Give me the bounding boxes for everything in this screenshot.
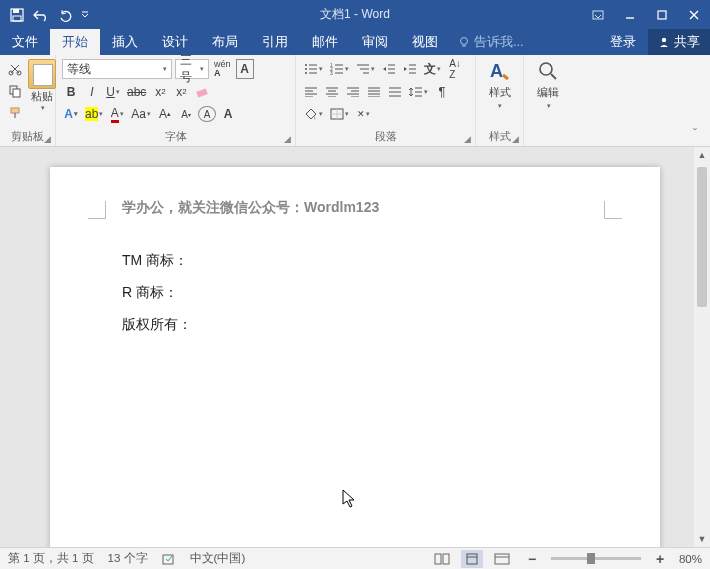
- italic-button[interactable]: I: [83, 82, 101, 102]
- ribbon-options-button[interactable]: [582, 0, 614, 29]
- svg-text:A: A: [490, 61, 503, 81]
- page-indicator[interactable]: 第 1 页，共 1 页: [8, 551, 94, 566]
- scroll-thumb[interactable]: [697, 167, 707, 307]
- svg-rect-12: [13, 89, 20, 97]
- styles-button[interactable]: A 样式 ▾: [482, 59, 517, 110]
- justify-button[interactable]: [365, 82, 383, 102]
- tell-me-label: 告诉我...: [474, 34, 523, 51]
- proofing-icon[interactable]: [162, 552, 176, 566]
- grow-font-button[interactable]: A▴: [156, 104, 174, 124]
- increase-indent-button[interactable]: [401, 59, 419, 79]
- superscript-button[interactable]: x2: [172, 82, 190, 102]
- distribute-button[interactable]: [386, 82, 404, 102]
- zoom-out-button[interactable]: −: [521, 550, 543, 568]
- change-case-button[interactable]: Aa▾: [129, 104, 153, 124]
- editing-button[interactable]: 编辑 ▾: [530, 59, 566, 110]
- dialog-launcher[interactable]: ◢: [284, 134, 291, 144]
- shrink-font-button[interactable]: A▾: [177, 104, 195, 124]
- font-size-combo[interactable]: 三号▾: [175, 59, 209, 79]
- font-color-button[interactable]: A▾: [108, 104, 126, 124]
- vertical-scrollbar[interactable]: ▲ ▼: [694, 147, 710, 547]
- zoom-knob[interactable]: [587, 553, 595, 564]
- show-marks-button[interactable]: ¶: [433, 82, 451, 102]
- phonetic-guide-button[interactable]: wénA: [212, 59, 233, 79]
- group-label-paragraph: 段落◢: [302, 127, 469, 144]
- undo-button[interactable]: [30, 4, 52, 26]
- body-line[interactable]: R 商标：: [122, 277, 192, 307]
- char-shading-button[interactable]: A: [219, 104, 237, 124]
- highlight-button[interactable]: ab▾: [83, 104, 105, 124]
- align-right-button[interactable]: [344, 82, 362, 102]
- subscript-button[interactable]: x2: [151, 82, 169, 102]
- tell-me[interactable]: 告诉我...: [450, 29, 523, 55]
- group-label-editing: [530, 130, 566, 144]
- close-button[interactable]: [678, 0, 710, 29]
- text-effects-button[interactable]: A▾: [62, 104, 80, 124]
- align-center-button[interactable]: [323, 82, 341, 102]
- text-direction-button[interactable]: 文▾: [422, 59, 443, 79]
- line-spacing-button[interactable]: ▾: [407, 82, 430, 102]
- page[interactable]: 学办公，就关注微信公众号：Wordlm123 TM 商标： R 商标： 版权所有…: [50, 167, 660, 547]
- tab-mailings[interactable]: 邮件: [300, 29, 350, 55]
- collapse-ribbon-button[interactable]: ˇ: [686, 124, 704, 144]
- maximize-button[interactable]: [646, 0, 678, 29]
- body-line[interactable]: 版权所有：: [122, 309, 192, 339]
- zoom-slider[interactable]: [551, 557, 641, 560]
- tab-home[interactable]: 开始: [50, 29, 100, 55]
- page-header[interactable]: 学办公，就关注微信公众号：Wordlm123: [122, 199, 379, 217]
- decrease-indent-button[interactable]: [380, 59, 398, 79]
- tab-insert[interactable]: 插入: [100, 29, 150, 55]
- crop-mark: [604, 201, 622, 219]
- scroll-down-button[interactable]: ▼: [694, 531, 710, 547]
- numbering-button[interactable]: 123▾: [328, 59, 351, 79]
- clear-format-button[interactable]: [193, 82, 213, 102]
- share-button[interactable]: 共享: [648, 29, 710, 55]
- group-label-clipboard: 剪贴板◢: [6, 127, 49, 144]
- tab-layout[interactable]: 布局: [200, 29, 250, 55]
- multilevel-button[interactable]: ▾: [354, 59, 377, 79]
- group-styles: A 样式 ▾ 样式◢: [476, 55, 524, 146]
- tab-view[interactable]: 视图: [400, 29, 450, 55]
- redo-button[interactable]: [54, 4, 76, 26]
- tab-review[interactable]: 审阅: [350, 29, 400, 55]
- bullets-button[interactable]: ▾: [302, 59, 325, 79]
- language-indicator[interactable]: 中文(中国): [190, 551, 246, 566]
- word-count[interactable]: 13 个字: [108, 551, 148, 566]
- paste-button[interactable]: 粘贴 ▾: [28, 59, 56, 123]
- tab-references[interactable]: 引用: [250, 29, 300, 55]
- signin-button[interactable]: 登录: [598, 29, 648, 55]
- svg-rect-1: [13, 9, 19, 13]
- group-font: 等线▾ 三号▾ wénA A B I U▾ abc x2 x2 A▾ ab▾ A…: [56, 55, 296, 146]
- copy-button[interactable]: [6, 81, 24, 101]
- dialog-launcher[interactable]: ◢: [44, 134, 51, 144]
- document-body[interactable]: TM 商标： R 商标： 版权所有：: [122, 245, 192, 341]
- save-button[interactable]: [6, 4, 28, 26]
- body-line[interactable]: TM 商标：: [122, 245, 192, 275]
- shading-button[interactable]: ▾: [302, 104, 325, 124]
- enclose-char-button[interactable]: A: [198, 106, 216, 122]
- scroll-up-button[interactable]: ▲: [694, 147, 710, 163]
- borders-button[interactable]: ▾: [328, 104, 351, 124]
- tab-file[interactable]: 文件: [0, 29, 50, 55]
- svg-rect-13: [11, 108, 19, 113]
- asian-layout-button[interactable]: ✕▾: [354, 104, 372, 124]
- zoom-level[interactable]: 80%: [679, 553, 702, 565]
- read-mode-button[interactable]: [431, 550, 453, 568]
- dialog-launcher[interactable]: ◢: [464, 134, 471, 144]
- format-painter-button[interactable]: [6, 103, 24, 123]
- qat-customize[interactable]: [78, 4, 92, 26]
- sort-button[interactable]: A↓Z: [446, 59, 464, 79]
- web-layout-button[interactable]: [491, 550, 513, 568]
- bold-button[interactable]: B: [62, 82, 80, 102]
- strikethrough-button[interactable]: abc: [125, 82, 148, 102]
- minimize-button[interactable]: [614, 0, 646, 29]
- cut-button[interactable]: [6, 59, 24, 79]
- print-layout-button[interactable]: [461, 550, 483, 568]
- zoom-in-button[interactable]: +: [649, 550, 671, 568]
- underline-button[interactable]: U▾: [104, 82, 122, 102]
- font-name-combo[interactable]: 等线▾: [62, 59, 172, 79]
- char-border-button[interactable]: A: [236, 59, 254, 79]
- dialog-launcher[interactable]: ◢: [512, 134, 519, 144]
- align-left-button[interactable]: [302, 82, 320, 102]
- share-label: 共享: [674, 34, 700, 51]
